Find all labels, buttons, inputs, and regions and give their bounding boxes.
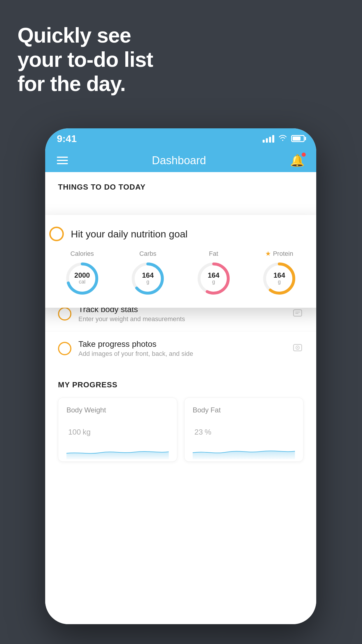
progress-title: MY PROGRESS <box>58 380 303 389</box>
todo-wrapper: Hit your daily nutrition goal Calories <box>45 197 316 302</box>
svg-rect-8 <box>294 310 302 316</box>
photo-icon <box>292 342 303 356</box>
status-time: 9:41 <box>57 133 77 144</box>
hamburger-menu[interactable] <box>57 157 68 164</box>
body-weight-wave <box>66 442 169 459</box>
signal-icon <box>263 134 274 143</box>
stat-carbs: Carbs 164 g <box>130 250 165 296</box>
body-stats-circle <box>58 307 71 321</box>
phone-mockup: 9:41 Dashboard 🔔 <box>45 128 316 624</box>
body-weight-value: 100kg <box>66 420 169 438</box>
card-header: Hit your daily nutrition goal <box>49 227 312 241</box>
body-fat-card: Body Fat 23% <box>184 398 303 462</box>
nutrition-stats: Calories 2000 cal <box>49 250 312 296</box>
carbs-unit: g <box>142 279 154 285</box>
fat-value: 164 <box>208 272 219 279</box>
star-icon: ★ <box>265 250 271 258</box>
calories-donut: 2000 cal <box>65 261 100 296</box>
carbs-label: Carbs <box>139 250 157 258</box>
battery-icon <box>291 135 305 142</box>
calories-label: Calories <box>70 250 94 258</box>
stat-calories: Calories 2000 cal <box>65 250 100 296</box>
protein-value: 164 <box>273 272 285 279</box>
nutrition-circle <box>49 227 64 241</box>
photos-title: Take progress photos <box>78 340 285 349</box>
carbs-donut: 164 g <box>130 261 165 296</box>
stat-fat: Fat 164 g <box>196 250 231 296</box>
section-title: THINGS TO DO TODAY <box>58 183 146 191</box>
progress-cards: Body Weight 100kg <box>58 398 303 462</box>
body-weight-label: Body Weight <box>66 406 169 414</box>
nav-title: Dashboard <box>152 154 206 167</box>
nutrition-card: Hit your daily nutrition goal Calories <box>45 215 316 308</box>
scale-icon <box>292 307 303 321</box>
photos-circle <box>58 342 71 355</box>
photos-sub: Add images of your front, back, and side <box>78 350 285 358</box>
headline-line1: Quickly see <box>17 23 153 48</box>
headline: Quickly see your to-do list for the day. <box>17 23 153 96</box>
wifi-icon <box>278 134 287 143</box>
protein-unit: g <box>273 279 285 285</box>
headline-line3: for the day. <box>17 72 153 96</box>
notification-dot <box>302 153 306 157</box>
calories-value: 2000 <box>74 272 90 279</box>
photos-text: Take progress photos Add images of your … <box>78 340 285 358</box>
body-weight-card: Body Weight 100kg <box>58 398 177 462</box>
fat-unit: g <box>208 279 219 285</box>
calories-unit: cal <box>74 279 90 285</box>
protein-donut: 164 g <box>262 261 297 296</box>
headline-line2: your to-do list <box>17 48 153 72</box>
nutrition-title: Hit your daily nutrition goal <box>71 228 188 240</box>
section-header: THINGS TO DO TODAY <box>45 172 316 197</box>
body-stats-sub: Enter your weight and measurements <box>78 315 285 323</box>
progress-section: MY PROGRESS Body Weight 100kg <box>45 366 316 470</box>
body-fat-value: 23% <box>193 420 295 438</box>
stat-protein: ★ Protein 164 g <box>262 250 297 296</box>
fat-label: Fat <box>209 250 218 258</box>
fat-donut: 164 g <box>196 261 231 296</box>
todo-item-photos[interactable]: Take progress photos Add images of your … <box>45 331 316 366</box>
phone-content: THINGS TO DO TODAY Hit your daily nutrit… <box>45 172 316 624</box>
nav-bar: Dashboard 🔔 <box>45 149 316 172</box>
protein-label: ★ Protein <box>265 250 293 258</box>
bell-icon[interactable]: 🔔 <box>290 154 305 167</box>
svg-point-13 <box>297 347 298 348</box>
carbs-value: 164 <box>142 272 154 279</box>
body-fat-wave <box>193 442 295 459</box>
body-fat-label: Body Fat <box>193 406 295 414</box>
status-bar: 9:41 <box>45 128 316 149</box>
status-icons <box>263 134 305 143</box>
